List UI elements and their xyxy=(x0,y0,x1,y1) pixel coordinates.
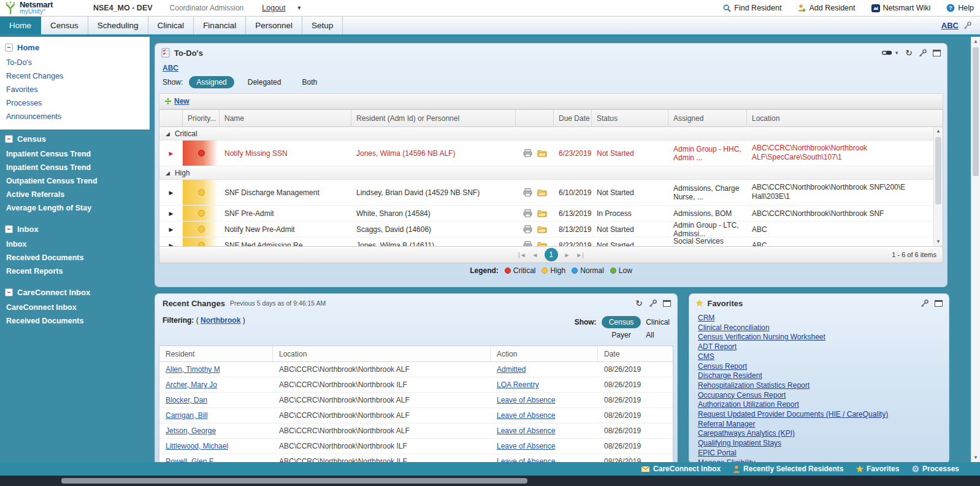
resident-link[interactable]: Littlewood, Michael xyxy=(166,442,228,450)
print-icon[interactable] xyxy=(523,209,532,217)
configure-key-icon[interactable] xyxy=(919,49,927,57)
refresh-icon[interactable]: ↻ xyxy=(905,48,913,57)
maximize-icon[interactable] xyxy=(933,50,941,56)
sidebar-item-careconnect-inbox[interactable]: CareConnect Inbox xyxy=(0,301,150,314)
row-expand-icon[interactable]: ▶ xyxy=(169,210,174,217)
resident-link[interactable]: Blocker, Dan xyxy=(166,396,207,404)
todos-scope-link[interactable]: ABC xyxy=(163,64,178,72)
refresh-icon[interactable]: ↻ xyxy=(635,299,643,307)
main-vertical-scrollbar[interactable]: ▲ ▼ xyxy=(971,37,980,462)
resident-link[interactable]: Archer, Mary Jo xyxy=(166,380,217,389)
maximize-icon[interactable] xyxy=(663,300,671,307)
favorite-link-referral-manager[interactable]: Referral Manager xyxy=(698,420,941,430)
todos-grid-scrollbar[interactable]: ▲ ▼ xyxy=(933,127,943,246)
column-header-action[interactable]: Action xyxy=(491,346,598,361)
tab-setup[interactable]: Setup xyxy=(302,17,343,34)
bottom-horizontal-scrollbar[interactable] xyxy=(0,476,980,486)
favorite-link-clinical-reconciliation[interactable]: Clinical Reconciliation xyxy=(698,323,941,333)
column-header-name[interactable]: Name xyxy=(220,110,351,126)
filter-census[interactable]: Census xyxy=(602,316,641,328)
todo-row-high-1[interactable]: ▶ SNF Discharge Management Lindsey, Bria… xyxy=(159,180,933,206)
row-expand-icon[interactable]: ▶ xyxy=(169,226,174,233)
folder-icon[interactable] xyxy=(537,209,547,217)
filter-both[interactable]: Both xyxy=(294,76,324,88)
sidebar-item-todos[interactable]: To-Do's xyxy=(0,56,150,69)
favorite-link-epic-portal[interactable]: EPIC Portal xyxy=(698,449,941,458)
scroll-down-icon[interactable]: ▼ xyxy=(971,453,980,462)
folder-icon[interactable] xyxy=(537,149,547,157)
column-header-location[interactable]: Location xyxy=(747,110,943,126)
print-icon[interactable] xyxy=(523,241,532,246)
statusbar-careconnect-inbox[interactable]: CareConnect Inbox xyxy=(641,465,721,473)
todo-name-link[interactable]: SNF Pre-Admit xyxy=(220,206,351,221)
find-resident-button[interactable]: Find Resident xyxy=(723,4,781,12)
favorite-link-qualifying-stays[interactable]: Qualifying Inpatient Stays xyxy=(698,439,941,449)
new-todo-button[interactable]: New xyxy=(164,97,189,106)
scroll-down-icon[interactable]: ▼ xyxy=(934,237,943,246)
print-icon[interactable] xyxy=(523,225,532,233)
sidebar-item-active-referrals[interactable]: Active Referrals xyxy=(0,188,150,201)
current-page-button[interactable]: 1 xyxy=(545,248,558,261)
help-button[interactable]: ? Help xyxy=(946,4,974,12)
column-header-due-date[interactable]: Due Date xyxy=(554,110,592,126)
sidebar-item-cc-received-documents[interactable]: Received Documents xyxy=(0,314,150,328)
sidebar-item-announcements[interactable]: Announcements xyxy=(0,110,150,123)
horizontal-scrollbar-thumb[interactable] xyxy=(61,478,527,484)
tab-personnel[interactable]: Personnel xyxy=(246,17,302,34)
facility-scope-link[interactable]: ABC xyxy=(941,21,959,30)
statusbar-favorites[interactable]: ★ Favorites xyxy=(856,465,899,473)
sidebar-item-inbox[interactable]: Inbox xyxy=(0,237,150,251)
folder-icon[interactable] xyxy=(537,225,547,233)
todo-row-high-3[interactable]: ▶ Notify New Pre-Admit Scaggs, David (14… xyxy=(159,222,933,237)
column-header-date[interactable]: Date xyxy=(598,346,673,361)
statusbar-processes[interactable]: ⚙ Processes xyxy=(911,465,959,473)
favorite-link-census-verification[interactable]: Census Verification Nursing Worksheet xyxy=(698,333,941,342)
favorite-link-rehospitalization[interactable]: Rehospitalization Statistics Report xyxy=(698,381,941,391)
action-link[interactable]: Admitted xyxy=(497,365,526,374)
action-link[interactable]: Leave of Absence xyxy=(497,426,555,435)
first-page-button[interactable]: |◄ xyxy=(518,252,526,258)
resident-link[interactable]: Jetson, George xyxy=(166,426,216,435)
print-icon[interactable] xyxy=(523,188,532,196)
filter-payer[interactable]: Payer xyxy=(602,331,641,339)
resident-link[interactable]: Allen, Timothy M xyxy=(166,365,220,374)
column-header-location[interactable]: Location xyxy=(273,346,491,361)
collapse-icon[interactable]: − xyxy=(5,135,13,143)
sidebar-item-recent-changes[interactable]: Recent Changes xyxy=(0,69,150,83)
next-page-button[interactable]: ► xyxy=(564,252,570,258)
favorite-link-occupancy-census[interactable]: Occupancy Census Report xyxy=(698,391,941,401)
todo-row-high-2[interactable]: ▶ SNF Pre-Admit White, Sharon (14584) 6/… xyxy=(159,206,933,222)
sidebar-item-inpatient-census-trend[interactable]: Inpatient Census Trend xyxy=(0,147,150,161)
filter-assigned[interactable]: Assigned xyxy=(189,76,234,88)
column-header-resident[interactable]: Resident (Adm Id) or Personnel xyxy=(351,110,516,126)
scrollbar-thumb[interactable] xyxy=(935,137,941,204)
action-link[interactable]: Leave of Absence xyxy=(497,411,555,420)
sidebar-item-recent-reports[interactable]: Recent Reports xyxy=(0,264,150,278)
sidebar-section-home-header[interactable]: − Home xyxy=(0,39,150,56)
favorite-link-cms[interactable]: CMS xyxy=(698,352,941,362)
logout-link[interactable]: Logout xyxy=(262,4,285,12)
group-header-high[interactable]: ◢ High xyxy=(159,166,933,180)
collapse-icon[interactable]: − xyxy=(5,44,13,52)
netsmart-wiki-button[interactable]: Netsmart Wiki xyxy=(871,4,931,12)
row-expand-icon[interactable]: ▶ xyxy=(169,190,174,196)
filter-clinical[interactable]: Clinical xyxy=(646,318,670,326)
tab-home[interactable]: Home xyxy=(0,17,41,34)
action-link[interactable]: Leave of Absence xyxy=(497,396,555,404)
filter-value-link[interactable]: Northbrook xyxy=(201,316,240,325)
favorite-link-adt-report[interactable]: ADT Report xyxy=(698,342,941,352)
sidebar-item-favorites[interactable]: Favorites xyxy=(0,83,150,96)
todo-resident-link[interactable]: Jones, Wilma B (14611) xyxy=(351,237,516,246)
sidebar-item-processes[interactable]: Processes xyxy=(0,96,150,110)
action-link[interactable]: Leave of Absence xyxy=(497,442,555,450)
folder-icon[interactable] xyxy=(537,241,547,246)
todo-resident-link[interactable]: Lindsey, Brian David (14529 NB SNF) xyxy=(351,180,516,205)
scroll-up-icon[interactable]: ▲ xyxy=(971,37,980,46)
column-header-assigned[interactable]: Assigned xyxy=(668,110,747,126)
statusbar-recently-selected-residents[interactable]: Recently Selected Residents xyxy=(733,465,843,473)
favorite-link-authorization-utilization[interactable]: Authorization Utilization Report xyxy=(698,400,941,410)
sidebar-item-inpatient-census-trend-2[interactable]: Inpatient Census Trend xyxy=(0,161,150,174)
folder-icon[interactable] xyxy=(537,188,547,196)
configure-key-icon[interactable] xyxy=(649,299,657,307)
filter-delegated[interactable]: Delegated xyxy=(240,76,289,88)
